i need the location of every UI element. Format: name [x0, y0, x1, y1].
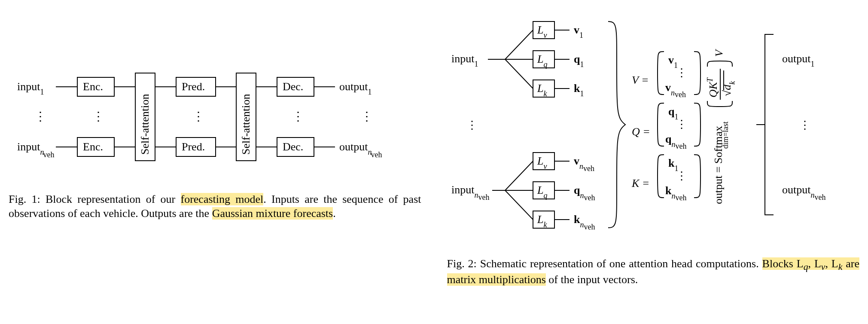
- vdots-icon: ⋮: [799, 119, 810, 131]
- vdots-icon: ⋮: [361, 110, 373, 123]
- caption-highlight: Gaussian mixture forecasts: [212, 207, 333, 220]
- V-bot: vnveh: [665, 81, 686, 99]
- vdots-icon: ⋮: [92, 110, 104, 123]
- K-equals: K =: [631, 177, 649, 190]
- Q-bot: qnveh: [665, 133, 686, 150]
- caption-highlight: forecasting model: [181, 193, 264, 205]
- figure-1-caption: Fig. 1: Block representation of our fore…: [9, 193, 421, 220]
- input-1-label: input1: [451, 52, 478, 68]
- self-attention-2: Self-attention: [240, 94, 252, 155]
- output-n-label: outputnveh: [339, 141, 382, 159]
- svg-text:V: V: [713, 49, 725, 57]
- dec-box-1: Dec.: [283, 80, 303, 93]
- Q-equals: Q =: [632, 125, 650, 138]
- qn-label: qnveh: [574, 184, 595, 202]
- input-n-label: inputnveh: [451, 183, 489, 202]
- figure-2-svg: .bx { fill:#fff; stroke:#000; stroke-wid…: [447, 9, 868, 249]
- V-equals: V =: [632, 74, 649, 86]
- self-attention-1: Self-attention: [139, 94, 151, 155]
- svg-line-27: [505, 190, 533, 220]
- vdots-icon: ⋮: [292, 110, 304, 123]
- output-1-label: output1: [339, 80, 372, 96]
- vdots-icon: ⋮: [676, 67, 687, 79]
- softmax-formula: output = Softmax dim=last QKT √dk V: [706, 49, 737, 204]
- input-1-label: input1: [17, 80, 44, 96]
- input-n-label: inputnveh: [17, 141, 54, 159]
- kn-label: knveh: [574, 213, 595, 231]
- output-1-label: output1: [782, 52, 814, 68]
- vdots-icon: ⋮: [676, 118, 687, 131]
- k1-label: k1: [574, 82, 584, 98]
- caption-text: .: [333, 207, 336, 220]
- vdots-icon: ⋮: [34, 110, 46, 123]
- vdots-icon: ⋮: [192, 110, 204, 123]
- svg-text:QKT: QKT: [706, 77, 719, 98]
- figure-1-column: .bx { fill:#fff; stroke:#000; stroke-wid…: [9, 9, 421, 287]
- vdots-icon: ⋮: [676, 170, 687, 182]
- page: .bx { fill:#fff; stroke:#000; stroke-wid…: [9, 9, 859, 287]
- caption-text: Fig. 1: Block representation of our: [9, 193, 181, 205]
- figure-2-caption: Fig. 2: Schematic representation of one …: [447, 257, 860, 287]
- svg-line-21: [505, 30, 533, 59]
- svg-text:√dk: √dk: [721, 81, 737, 96]
- svg-line-23: [505, 59, 533, 89]
- pred-box-n: Pred.: [182, 141, 205, 153]
- caption-text: Fig. 2: Schematic representation of one …: [447, 257, 762, 270]
- caption-text: of the input vectors.: [546, 273, 638, 286]
- dec-box-n: Dec.: [283, 141, 303, 153]
- svg-line-25: [505, 161, 533, 190]
- enc-box-n: Enc.: [83, 141, 103, 153]
- figure-2-column: .bx { fill:#fff; stroke:#000; stroke-wid…: [447, 9, 860, 287]
- output-n-label: outputnveh: [782, 183, 825, 202]
- svg-text:dim=last: dim=last: [721, 122, 730, 149]
- enc-box-1: Enc.: [83, 80, 103, 93]
- q1-label: q1: [574, 53, 584, 69]
- vn-label: vnveh: [574, 155, 594, 173]
- v1-label: v1: [574, 24, 583, 40]
- vdots-icon: ⋮: [466, 119, 478, 131]
- figure-1-svg: .bx { fill:#fff; stroke:#000; stroke-wid…: [13, 69, 417, 185]
- pred-box-1: Pred.: [182, 80, 205, 93]
- K-bot: knveh: [665, 184, 686, 202]
